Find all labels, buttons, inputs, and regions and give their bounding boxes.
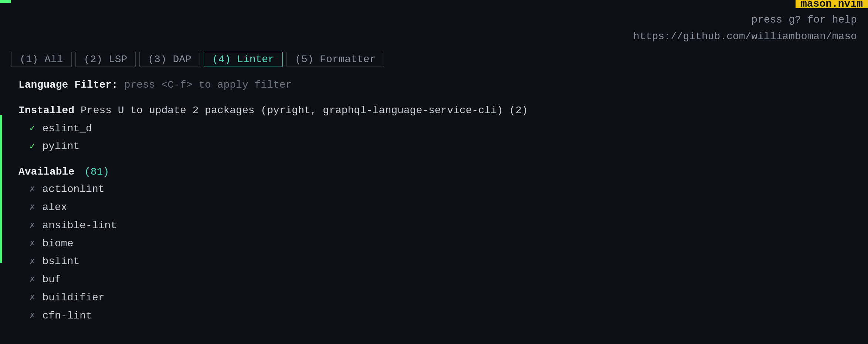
tab-formatter[interactable]: (5) Formatter <box>286 52 384 67</box>
list-item: ✗ actionlint <box>18 181 850 199</box>
pkg-biome[interactable]: biome <box>42 236 73 252</box>
language-filter-line: Language Filter: press <C-f> to apply fi… <box>18 77 850 93</box>
check-icon: ✓ <box>30 140 35 154</box>
x-icon: ✗ <box>30 291 35 305</box>
pkg-ansible-lint[interactable]: ansible-lint <box>42 217 117 234</box>
help-text: press g? for help https://github.com/wil… <box>633 12 857 45</box>
list-item: ✗ ansible-lint <box>18 217 850 235</box>
available-section: Available (81) ✗ actionlint ✗ alex ✗ ans… <box>18 166 850 325</box>
installed-label: Installed <box>18 105 74 116</box>
language-filter-hint: press <C-f> to apply filter <box>124 79 292 91</box>
list-item: ✓ pylint <box>18 138 850 156</box>
tabs-row: (1) All (2) LSP (3) DAP (4) Linter (5) F… <box>0 45 868 67</box>
help-line2: https://github.com/williamboman/maso <box>633 28 857 45</box>
title-badge: mason.nvim <box>796 0 868 8</box>
list-item: ✓ eslint_d <box>18 120 850 138</box>
x-icon: ✗ <box>30 182 35 196</box>
installed-section: Installed Press U to update 2 packages (… <box>18 105 850 156</box>
pkg-bslint[interactable]: bslint <box>42 253 79 270</box>
available-header: Available (81) <box>18 166 850 178</box>
package-name-eslint[interactable]: eslint_d <box>42 121 92 137</box>
tab-linter[interactable]: (4) Linter <box>204 52 283 67</box>
available-items: ✗ actionlint ✗ alex ✗ ansible-lint ✗ bio… <box>18 181 850 325</box>
list-item: ✗ cfn-lint <box>18 307 850 325</box>
tab-dap[interactable]: (3) DAP <box>139 52 200 67</box>
tab-all[interactable]: (1) All <box>11 52 72 67</box>
available-label: Available <box>18 166 74 178</box>
package-name-pylint[interactable]: pylint <box>42 138 79 155</box>
x-icon: ✗ <box>30 237 35 251</box>
installed-count: (2) <box>509 105 528 116</box>
pkg-cfn-lint[interactable]: cfn-lint <box>42 308 92 324</box>
language-filter-label: Language Filter: <box>18 79 118 91</box>
help-line1: press g? for help <box>633 12 857 28</box>
list-item: ✗ biome <box>18 235 850 253</box>
x-icon: ✗ <box>30 273 35 287</box>
list-item: ✗ alex <box>18 199 850 217</box>
top-bar-accent <box>0 0 11 3</box>
x-icon: ✗ <box>30 219 35 233</box>
top-bar: mason.nvim <box>0 0 868 8</box>
list-item: ✗ bslint <box>18 253 850 271</box>
x-icon: ✗ <box>30 255 35 269</box>
tab-lsp[interactable]: (2) LSP <box>75 52 136 67</box>
pkg-alex[interactable]: alex <box>42 199 67 216</box>
pkg-buf[interactable]: buf <box>42 272 61 288</box>
list-item: ✗ buf <box>18 271 850 289</box>
x-icon: ✗ <box>30 309 35 323</box>
x-icon: ✗ <box>30 200 35 215</box>
installed-hint: Press U to update 2 packages (pyright, g… <box>81 105 503 116</box>
check-icon: ✓ <box>30 122 35 136</box>
list-item: ✗ buildifier <box>18 289 850 307</box>
available-count: (81) <box>84 166 109 178</box>
installed-header: Installed Press U to update 2 packages (… <box>18 105 850 116</box>
header-area: press g? for help https://github.com/wil… <box>0 8 868 45</box>
pkg-buildifier[interactable]: buildifier <box>42 290 104 306</box>
pkg-actionlint[interactable]: actionlint <box>42 181 104 198</box>
main-content: Language Filter: press <C-f> to apply fi… <box>0 67 868 335</box>
